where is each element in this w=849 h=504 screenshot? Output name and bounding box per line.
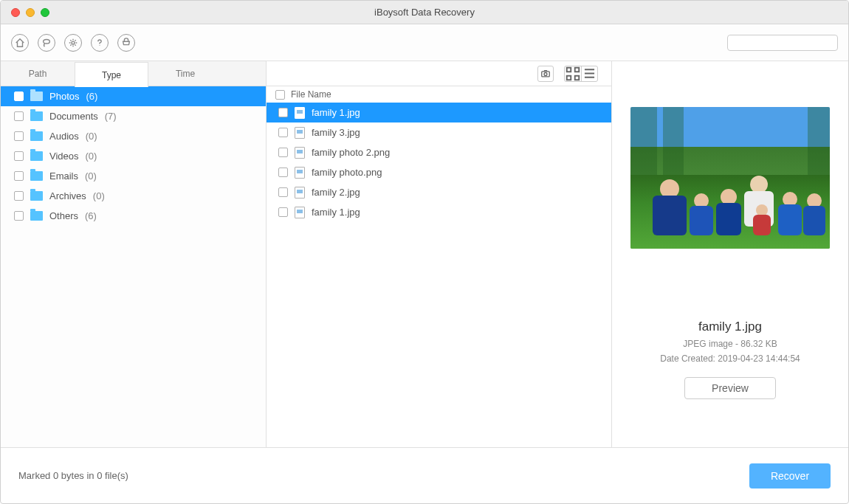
file-name: family 1.jpg	[312, 107, 360, 118]
file-row[interactable]: family photo 2.png	[267, 142, 611, 162]
svg-point-0	[44, 39, 50, 44]
titlebar: iBoysoft Data Recovery	[1, 1, 848, 24]
category-label: Emails	[49, 170, 78, 182]
file-checkbox[interactable]	[278, 168, 288, 177]
file-row[interactable]: family 1.jpg	[267, 202, 611, 222]
preview-filename: family 1.jpg	[698, 320, 762, 334]
category-label: Archives	[49, 190, 86, 201]
file-row[interactable]: family 2.jpg	[267, 182, 611, 202]
category-list: Photos (6)Documents (7)Audios (0)Videos …	[1, 86, 266, 447]
folder-icon	[30, 211, 43, 221]
cart-icon[interactable]	[117, 34, 135, 52]
main-content: PathTypeTime Photos (6)Documents (7)Audi…	[1, 61, 848, 447]
sidebar: PathTypeTime Photos (6)Documents (7)Audi…	[1, 61, 267, 447]
svg-rect-8	[567, 75, 571, 80]
svg-point-2	[99, 44, 100, 45]
category-label: Others	[49, 210, 78, 221]
folder-icon	[30, 171, 43, 181]
file-list-panel: File Name family 1.jpgfamily 3.jpgfamily…	[267, 61, 612, 447]
file-name: family 3.jpg	[312, 127, 360, 138]
tab-time[interactable]: Time	[148, 61, 222, 86]
svg-point-5	[544, 72, 547, 75]
file-checkbox[interactable]	[278, 187, 288, 197]
category-checkbox[interactable]	[14, 92, 24, 101]
sidebar-item-documents[interactable]: Documents (7)	[1, 106, 266, 126]
svg-rect-9	[575, 75, 580, 80]
file-row[interactable]: family 1.jpg	[267, 103, 611, 122]
lasso-icon[interactable]	[38, 34, 55, 52]
category-checkbox[interactable]	[14, 211, 24, 221]
folder-icon	[30, 111, 43, 121]
file-icon	[295, 127, 305, 139]
preview-thumbnail	[630, 107, 830, 249]
file-checkbox[interactable]	[278, 148, 288, 157]
category-checkbox[interactable]	[14, 191, 24, 201]
category-count: (0)	[93, 190, 105, 201]
recover-button[interactable]: Recover	[749, 463, 831, 489]
file-checkbox[interactable]	[278, 128, 288, 137]
file-icon	[295, 167, 305, 179]
sidebar-item-audios[interactable]: Audios (0)	[1, 126, 266, 146]
folder-icon	[30, 151, 43, 161]
sidebar-item-emails[interactable]: Emails (0)	[1, 166, 266, 186]
folder-icon	[30, 131, 43, 141]
category-label: Photos	[49, 91, 79, 102]
selection-status: Marked 0 bytes in 0 file(s)	[18, 470, 128, 481]
svg-rect-7	[575, 67, 580, 72]
sidebar-item-videos[interactable]: Videos (0)	[1, 146, 266, 166]
toolbar: ✕	[1, 24, 848, 61]
file-icon	[295, 107, 305, 119]
camera-icon[interactable]	[537, 66, 554, 82]
tab-path[interactable]: Path	[1, 61, 75, 86]
file-name: family 2.jpg	[312, 187, 360, 198]
category-count: (0)	[85, 170, 97, 182]
category-label: Documents	[49, 111, 98, 122]
file-icon	[295, 147, 305, 159]
sidebar-item-photos[interactable]: Photos (6)	[1, 86, 266, 106]
file-checkbox[interactable]	[278, 207, 288, 217]
list-view-icon[interactable]	[581, 66, 597, 81]
svg-point-1	[72, 41, 75, 44]
category-count: (6)	[86, 91, 97, 102]
search-box[interactable]: ✕	[727, 35, 838, 51]
category-checkbox[interactable]	[14, 171, 24, 181]
sidebar-tabs: PathTypeTime	[1, 61, 266, 86]
preview-panel: family 1.jpg JPEG image - 86.32 KB Date …	[612, 61, 848, 447]
category-checkbox[interactable]	[14, 111, 24, 121]
file-row[interactable]: family photo.png	[267, 162, 611, 182]
preview-date: Date Created: 2019-04-23 14:44:54	[660, 353, 800, 364]
window-title: iBoysoft Data Recovery	[1, 7, 848, 18]
file-row[interactable]: family 3.jpg	[267, 122, 611, 142]
file-name: family photo 2.png	[312, 147, 390, 158]
svg-rect-6	[567, 67, 571, 72]
toolbar-icons	[11, 34, 135, 52]
category-label: Audios	[49, 131, 79, 142]
file-list-header: File Name	[267, 86, 611, 103]
select-all-checkbox[interactable]	[275, 90, 285, 100]
folder-icon	[30, 191, 43, 201]
folder-icon	[30, 92, 43, 101]
file-icon	[295, 187, 305, 199]
grid-view-icon[interactable]	[565, 66, 581, 81]
category-count: (0)	[86, 131, 97, 142]
category-count: (0)	[86, 151, 97, 162]
category-count: (7)	[105, 111, 117, 122]
gear-icon[interactable]	[64, 34, 82, 52]
preview-fileinfo: JPEG image - 86.32 KB	[683, 339, 777, 349]
tab-type[interactable]: Type	[75, 62, 148, 87]
sidebar-item-archives[interactable]: Archives (0)	[1, 186, 266, 206]
category-checkbox[interactable]	[14, 131, 24, 141]
file-name: family 1.jpg	[312, 207, 360, 218]
home-icon[interactable]	[11, 34, 29, 52]
view-mode-toggle	[564, 66, 598, 82]
sidebar-item-others[interactable]: Others (6)	[1, 206, 266, 226]
search-input[interactable]	[735, 37, 849, 49]
help-icon[interactable]	[91, 34, 109, 52]
column-header-name[interactable]: File Name	[291, 89, 331, 100]
preview-button[interactable]: Preview	[684, 377, 776, 399]
file-checkbox[interactable]	[278, 108, 288, 117]
file-rows: family 1.jpgfamily 3.jpgfamily photo 2.p…	[267, 103, 611, 447]
category-checkbox[interactable]	[14, 151, 24, 161]
category-label: Videos	[49, 151, 79, 162]
file-list-toolbar	[267, 61, 611, 86]
